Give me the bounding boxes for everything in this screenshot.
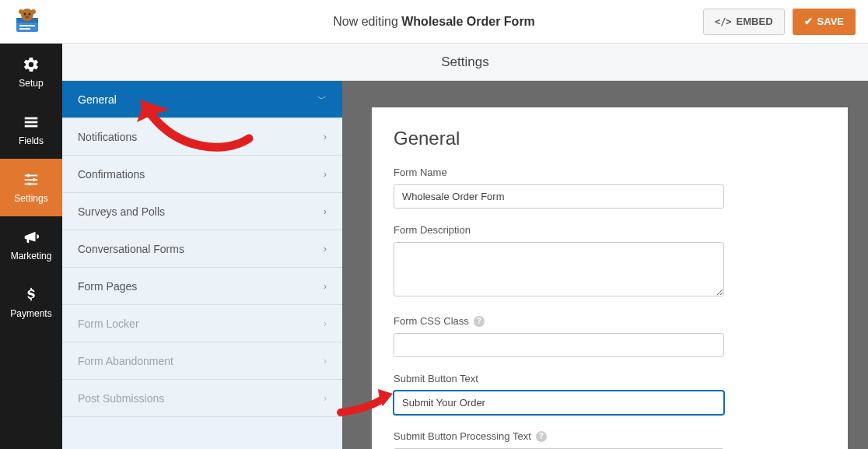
submenu-item-surveys[interactable]: Surveys and Polls ›	[62, 193, 342, 230]
svg-point-9	[31, 9, 36, 14]
svg-point-6	[29, 12, 31, 15]
gear-icon	[23, 56, 40, 73]
chevron-right-icon: ›	[324, 132, 327, 142]
submenu-item-label: Form Locker	[78, 317, 139, 330]
submenu-item-label: Surveys and Polls	[78, 205, 165, 218]
dollar-icon	[23, 286, 40, 303]
svg-point-16	[26, 174, 30, 177]
content-body: General ﹀ Notifications › Confirmations …	[62, 81, 868, 449]
field-submit-processing: Submit Button Processing Text ?	[394, 430, 826, 449]
field-form-name: Form Name	[394, 167, 826, 209]
left-rail: Setup Fields Settings Marketing Payments	[0, 44, 62, 449]
content-column: Settings General ﹀ Notifications › Confi…	[62, 44, 868, 449]
panel-wrap: General Form Name Form Description Form …	[342, 81, 868, 449]
submenu-item-label: Confirmations	[78, 168, 145, 181]
submenu-item-label: Conversational Forms	[78, 243, 184, 255]
help-icon[interactable]: ?	[536, 431, 547, 442]
content-header: Settings	[62, 44, 868, 81]
submenu-item-label: Form Pages	[78, 280, 137, 293]
svg-rect-13	[25, 175, 38, 177]
save-label: SAVE	[817, 16, 844, 27]
form-description-label: Form Description	[394, 224, 826, 236]
editing-form-title: Wholesale Order Form	[401, 15, 535, 28]
main: Setup Fields Settings Marketing Payments…	[0, 44, 868, 449]
chevron-down-icon: ﹀	[317, 93, 327, 106]
chevron-right-icon: ›	[324, 356, 327, 367]
rail-item-settings[interactable]: Settings	[0, 159, 62, 216]
submit-text-input[interactable]	[394, 391, 724, 415]
submenu-item-label: Notifications	[78, 131, 137, 143]
field-form-description: Form Description	[394, 224, 826, 300]
submenu-item-label: Form Abandonment	[78, 355, 173, 367]
rail-label: Payments	[10, 308, 51, 319]
form-name-label: Form Name	[394, 167, 826, 178]
submenu-item-notifications[interactable]: Notifications ›	[62, 118, 342, 156]
help-icon[interactable]: ?	[474, 316, 485, 327]
svg-point-8	[19, 9, 23, 14]
sliders-icon	[23, 171, 40, 188]
settings-submenu: General ﹀ Notifications › Confirmations …	[62, 81, 342, 449]
submenu-item-label: Post Submissions	[78, 392, 164, 405]
submenu-item-label: General	[78, 93, 117, 106]
svg-rect-3	[19, 28, 30, 30]
embed-code-icon: </>	[715, 16, 732, 27]
rail-item-payments[interactable]: Payments	[0, 274, 62, 331]
form-css-input[interactable]	[394, 333, 724, 357]
check-icon: ✔	[804, 16, 813, 27]
chevron-right-icon: ›	[324, 206, 327, 217]
chevron-right-icon: ›	[324, 244, 327, 254]
submenu-item-form-locker: Form Locker ›	[62, 305, 342, 342]
editing-prefix: Now editing	[333, 15, 398, 28]
submenu-item-form-abandonment: Form Abandonment ›	[62, 342, 342, 380]
embed-button[interactable]: </> EMBED	[703, 9, 785, 35]
submenu-item-confirmations[interactable]: Confirmations ›	[62, 156, 342, 193]
svg-point-5	[24, 12, 26, 15]
rail-item-marketing[interactable]: Marketing	[0, 216, 62, 274]
rail-item-fields[interactable]: Fields	[0, 101, 62, 159]
save-button[interactable]: ✔ SAVE	[793, 9, 856, 35]
submenu-item-form-pages[interactable]: Form Pages ›	[62, 268, 342, 305]
top-bar: Now editing Wholesale Order Form </> EMB…	[0, 0, 868, 44]
submenu-item-conversational[interactable]: Conversational Forms ›	[62, 230, 342, 268]
svg-point-17	[33, 178, 36, 181]
svg-rect-2	[19, 25, 35, 26]
form-css-label: Form CSS Class ?	[394, 315, 826, 327]
list-icon	[23, 114, 40, 131]
svg-rect-14	[25, 179, 38, 181]
svg-rect-10	[25, 118, 38, 120]
svg-rect-11	[25, 121, 38, 124]
form-description-input[interactable]	[394, 242, 724, 296]
content-title: Settings	[441, 54, 488, 70]
top-actions: </> EMBED ✔ SAVE	[703, 9, 856, 35]
panel-heading: General	[394, 128, 826, 149]
field-form-css: Form CSS Class ?	[394, 315, 826, 357]
rail-label: Fields	[19, 135, 44, 146]
wpforms-logo	[6, 6, 48, 37]
svg-point-7	[25, 16, 30, 19]
rail-item-setup[interactable]: Setup	[0, 44, 62, 101]
embed-label: EMBED	[737, 16, 773, 27]
chevron-right-icon: ›	[324, 281, 327, 292]
svg-point-18	[28, 182, 31, 185]
field-submit-text: Submit Button Text	[394, 373, 826, 415]
chevron-right-icon: ›	[324, 393, 327, 404]
megaphone-icon	[23, 229, 40, 246]
chevron-right-icon: ›	[324, 318, 327, 329]
submenu-item-post-submissions: Post Submissions ›	[62, 380, 342, 417]
svg-rect-12	[25, 125, 38, 128]
submit-processing-label: Submit Button Processing Text ?	[394, 430, 826, 442]
settings-panel: General Form Name Form Description Form …	[372, 107, 848, 449]
rail-label: Marketing	[11, 251, 52, 261]
submit-text-label: Submit Button Text	[394, 373, 826, 384]
form-name-input[interactable]	[394, 184, 724, 209]
chevron-right-icon: ›	[324, 169, 327, 180]
submenu-item-general[interactable]: General ﹀	[62, 81, 342, 118]
rail-label: Setup	[19, 78, 43, 89]
rail-label: Settings	[14, 193, 47, 204]
